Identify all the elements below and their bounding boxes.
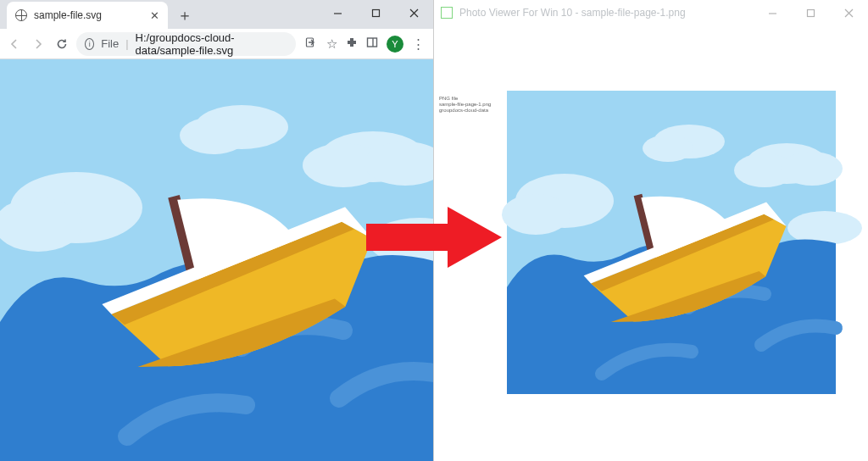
conversion-arrow-icon: [366, 203, 502, 271]
browser-tab[interactable]: sample-file.svg ✕: [7, 2, 168, 29]
toolbar-actions: ☆ Y ⋮: [301, 36, 428, 53]
svg-rect-1: [373, 9, 380, 16]
side-panel-icon[interactable]: [366, 36, 378, 51]
site-info-icon[interactable]: i: [85, 38, 94, 50]
window-controls-left: [319, 0, 433, 25]
minimize-button[interactable]: [754, 0, 792, 25]
profile-badge[interactable]: Y: [387, 36, 403, 53]
address-bar[interactable]: i File | H:/groupdocs-cloud-data/sample-…: [76, 32, 296, 56]
url-protocol: File: [101, 37, 119, 50]
minimize-button[interactable]: [319, 0, 357, 25]
extensions-icon[interactable]: [346, 36, 358, 51]
tab-title: sample-file.svg: [34, 9, 102, 21]
forward-button[interactable]: [29, 35, 47, 53]
share-icon[interactable]: [304, 36, 318, 52]
back-button[interactable]: [5, 35, 24, 53]
maximize-button[interactable]: [792, 0, 830, 25]
viewer-title: Photo Viewer For Win 10 - sample-file-pa…: [459, 7, 686, 19]
maximize-button[interactable]: [357, 0, 395, 25]
url-path: H:/groupdocs-cloud-data/sample-file.svg: [136, 31, 287, 57]
close-window-button[interactable]: [395, 0, 433, 25]
svg-point-24: [502, 194, 570, 235]
chrome-toolbar: i File | H:/groupdocs-cloud-data/sample-…: [0, 29, 433, 59]
kebab-menu-icon[interactable]: ⋮: [412, 36, 425, 52]
viewer-app-icon: [441, 7, 453, 19]
viewer-titlebar: Photo Viewer For Win 10 - sample-file-pa…: [434, 0, 868, 25]
image-caption-tiny: PNG file sample-file-page-1.png groupdoc…: [439, 96, 491, 114]
svg-rect-18: [808, 9, 815, 16]
svg-point-11: [180, 117, 248, 154]
chrome-titlebar: sample-file.svg ✕ ＋: [0, 0, 433, 29]
svg-rect-5: [368, 38, 377, 47]
bookmark-star-icon[interactable]: ☆: [326, 36, 337, 52]
close-window-button[interactable]: [830, 0, 868, 25]
globe-icon: [15, 9, 27, 21]
reload-button[interactable]: [53, 35, 71, 53]
window-controls-right: [754, 0, 868, 25]
svg-point-29: [782, 152, 843, 186]
new-tab-button[interactable]: ＋: [173, 3, 197, 27]
url-separator: |: [125, 37, 128, 50]
svg-point-26: [643, 135, 693, 162]
close-tab-icon[interactable]: ✕: [150, 9, 159, 22]
